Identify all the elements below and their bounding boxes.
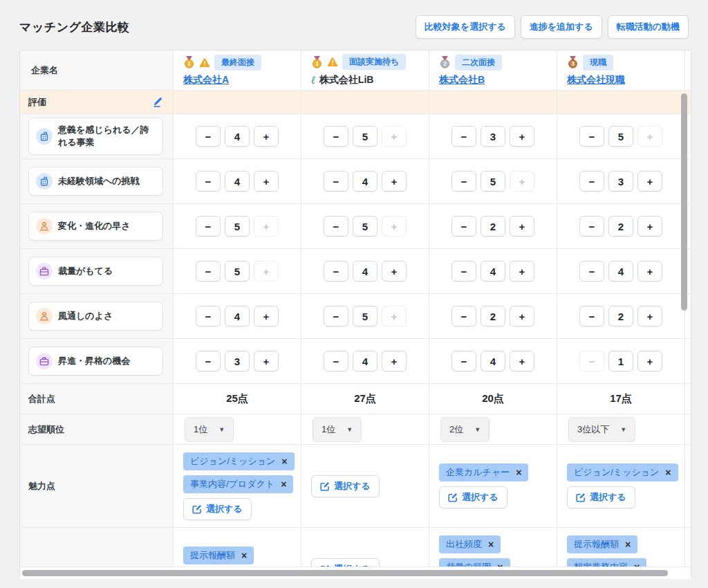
increase-score-button[interactable]: + bbox=[637, 351, 662, 371]
rank-select[interactable]: 1位▼ bbox=[313, 417, 362, 442]
rank-select-value: 1位 bbox=[322, 423, 335, 436]
decrease-score-button[interactable]: − bbox=[579, 306, 604, 327]
tag-chip: 裁量の範囲× bbox=[439, 558, 510, 567]
increase-score-button[interactable]: + bbox=[637, 261, 662, 282]
decrease-score-button[interactable]: − bbox=[579, 261, 604, 282]
increase-score-button[interactable]: + bbox=[254, 351, 279, 371]
edit-evaluation-button[interactable] bbox=[153, 97, 163, 107]
score-stepper: −4+ bbox=[579, 261, 662, 282]
decrease-score-button[interactable]: − bbox=[324, 261, 348, 282]
company-name-link[interactable]: 株式会社A bbox=[183, 74, 229, 85]
tag-cell: ビジョン/ミッション×選択する bbox=[557, 445, 685, 527]
decrease-score-button[interactable]: − bbox=[324, 171, 348, 192]
tag-label: 出社頻度 bbox=[446, 538, 482, 551]
comparison-table: 企業名1最終面接株式会社A1面談実施待ちℓ株式会社LiB2二次面接株式会社B3現… bbox=[19, 50, 691, 578]
score-cell: −4+ bbox=[301, 159, 429, 203]
decrease-score-button[interactable]: − bbox=[196, 126, 221, 147]
remove-tag-icon[interactable]: × bbox=[516, 468, 521, 477]
gold-medal-icon: 1 bbox=[311, 56, 323, 68]
vertical-scrollbar-thumb[interactable] bbox=[681, 93, 687, 311]
add-progress-button[interactable]: 進捗を追加する bbox=[521, 15, 602, 39]
decrease-score-button[interactable]: − bbox=[196, 171, 221, 192]
chevron-down-icon: ▼ bbox=[218, 426, 225, 433]
company-status-line: 1面談実施待ち bbox=[311, 54, 419, 70]
increase-score-button[interactable]: + bbox=[637, 171, 662, 192]
increase-score-button[interactable]: + bbox=[382, 351, 407, 371]
horizontal-scrollbar[interactable] bbox=[20, 567, 691, 579]
decrease-score-button[interactable]: − bbox=[196, 216, 221, 237]
svg-text:1: 1 bbox=[315, 60, 319, 67]
decrease-score-button[interactable]: − bbox=[451, 216, 476, 237]
increase-score-button[interactable]: + bbox=[510, 126, 534, 147]
remove-tag-icon[interactable]: × bbox=[625, 540, 631, 549]
select-comparison-button[interactable]: 比較対象を選択する bbox=[416, 15, 515, 39]
decrease-score-button[interactable]: − bbox=[579, 126, 604, 147]
decrease-score-button[interactable]: − bbox=[451, 261, 476, 282]
increase-score-button[interactable]: + bbox=[254, 306, 279, 327]
remove-tag-icon[interactable]: × bbox=[281, 457, 287, 466]
increase-score-button[interactable]: + bbox=[254, 126, 279, 147]
remove-tag-icon[interactable]: × bbox=[241, 551, 247, 560]
rank-select[interactable]: 1位▼ bbox=[185, 417, 234, 442]
select-tags-button[interactable]: 選択する bbox=[183, 498, 252, 520]
increase-score-button: + bbox=[382, 306, 407, 327]
score-value: 3 bbox=[608, 171, 633, 192]
score-stepper: −4+ bbox=[324, 351, 407, 371]
increase-score-button[interactable]: + bbox=[254, 171, 279, 192]
decrease-score-button[interactable]: − bbox=[451, 351, 476, 371]
score-cell: −2+ bbox=[557, 294, 685, 338]
select-tags-button[interactable]: 選択する bbox=[567, 486, 635, 508]
criterion-label-cell: 裁量がもてる bbox=[20, 249, 174, 293]
increase-score-button[interactable]: + bbox=[637, 306, 662, 327]
decrease-score-button[interactable]: − bbox=[196, 351, 221, 371]
briefcase-icon bbox=[39, 266, 49, 276]
increase-score-button[interactable]: + bbox=[510, 216, 534, 237]
rank-select[interactable]: 2位▼ bbox=[440, 417, 490, 442]
increase-score-button[interactable]: + bbox=[510, 306, 534, 327]
company-name-link[interactable]: 株式会社B bbox=[439, 74, 485, 85]
edit-square-icon bbox=[576, 493, 586, 502]
horizontal-scrollbar-thumb[interactable] bbox=[22, 570, 668, 576]
decrease-score-button[interactable]: − bbox=[324, 126, 348, 147]
tag-cell: 提示報酬額×選択する bbox=[174, 528, 301, 567]
criterion-label: 変化・進化の早さ bbox=[58, 220, 131, 232]
gold-medal-icon: 1 bbox=[183, 56, 195, 68]
tag-cell: 提示報酬額×想定業務内容×選択する bbox=[557, 528, 685, 567]
decrease-score-button[interactable]: − bbox=[324, 351, 348, 371]
decrease-score-button[interactable]: − bbox=[324, 306, 348, 327]
increase-score-button[interactable]: + bbox=[510, 261, 534, 282]
warning-icon bbox=[327, 57, 338, 67]
score-value: 4 bbox=[353, 261, 378, 282]
select-tags-button-label: 選択する bbox=[590, 491, 626, 504]
select-tags-button[interactable]: 選択する bbox=[439, 486, 507, 508]
remove-tag-icon[interactable]: × bbox=[665, 468, 671, 477]
remove-tag-icon[interactable]: × bbox=[488, 540, 494, 549]
svg-text:3: 3 bbox=[571, 60, 575, 67]
select-tags-button[interactable]: 選択する bbox=[311, 475, 380, 497]
tag-cell: 選択する bbox=[301, 445, 429, 527]
warning-icon bbox=[199, 57, 210, 68]
increase-score-button[interactable]: + bbox=[382, 261, 407, 282]
decrease-score-button[interactable]: − bbox=[579, 216, 604, 237]
company-name: ℓ株式会社LiB bbox=[311, 73, 419, 86]
score-value: 4 bbox=[608, 261, 633, 282]
edit-square-icon bbox=[320, 481, 330, 491]
rank-select[interactable]: 3位以下▼ bbox=[568, 417, 635, 442]
decrease-score-button[interactable]: − bbox=[451, 126, 476, 147]
decrease-score-button[interactable]: − bbox=[579, 171, 604, 192]
select-tags-button[interactable]: 選択する bbox=[311, 558, 380, 567]
decrease-score-button[interactable]: − bbox=[196, 306, 221, 327]
company-name-link[interactable]: 株式会社現職 bbox=[567, 74, 625, 85]
increase-score-button[interactable]: + bbox=[637, 216, 662, 237]
decrease-score-button[interactable]: − bbox=[196, 261, 221, 282]
remove-tag-icon[interactable]: × bbox=[281, 479, 286, 489]
decrease-score-button[interactable]: − bbox=[451, 171, 476, 192]
chevron-down-icon: ▼ bbox=[474, 426, 481, 433]
increase-score-button[interactable]: + bbox=[510, 351, 534, 371]
increase-score-button[interactable]: + bbox=[382, 171, 407, 192]
tag-chip: ビジョン/ミッション× bbox=[567, 463, 678, 481]
decrease-score-button[interactable]: − bbox=[451, 306, 476, 327]
job-change-motivation-button[interactable]: 転職活動の動機 bbox=[608, 15, 689, 39]
score-value: 4 bbox=[225, 306, 250, 327]
decrease-score-button[interactable]: − bbox=[324, 216, 348, 237]
